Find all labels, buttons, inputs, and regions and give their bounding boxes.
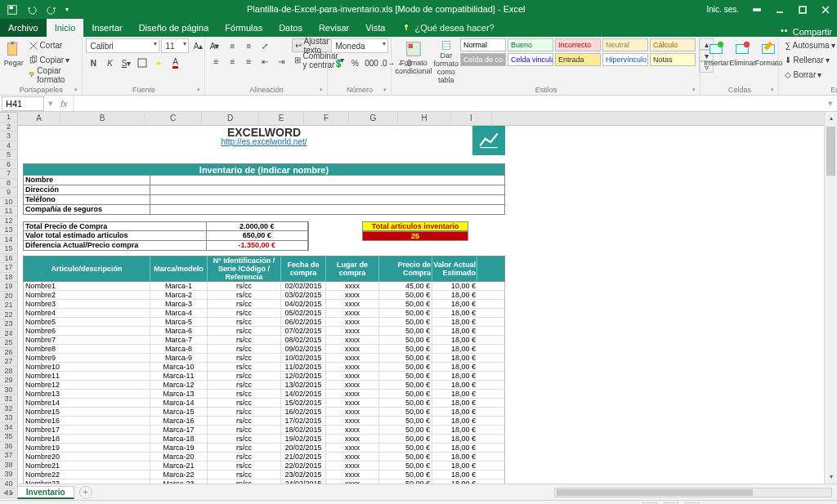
scroll-up-icon[interactable]: ▴ xyxy=(825,112,837,125)
table-row[interactable]: Nombre20Marca-20rs/cc21/02/2015xxxx50,00… xyxy=(23,453,505,462)
table-cell[interactable]: 18,00 € xyxy=(432,479,477,484)
orientation-icon[interactable]: ⤢ xyxy=(257,38,272,53)
table-row[interactable]: Nombre2Marca-2rs/cc03/02/2015xxxx50,00 €… xyxy=(23,291,505,300)
table-cell[interactable]: rs/cc xyxy=(208,354,281,362)
table-cell[interactable]: Nombre6 xyxy=(24,327,150,335)
indent-inc-icon[interactable]: ⇥ xyxy=(274,54,289,69)
table-cell[interactable]: Nombre19 xyxy=(24,444,150,452)
row-header[interactable]: 23 xyxy=(0,319,17,329)
style-cell[interactable]: Normal xyxy=(460,38,506,51)
col-header[interactable]: A xyxy=(18,112,60,125)
row-header[interactable]: 8 xyxy=(0,179,17,189)
table-cell[interactable]: 11/02/2015 xyxy=(281,363,326,371)
table-cell[interactable]: xxxx xyxy=(326,327,379,335)
table-cell[interactable]: xxxx xyxy=(326,399,379,407)
row-header[interactable]: 20 xyxy=(0,292,17,301)
table-cell[interactable]: rs/cc xyxy=(208,462,281,470)
ribbon-options-icon[interactable] xyxy=(745,0,768,19)
row-header[interactable]: 9 xyxy=(0,188,17,198)
table-cell[interactable]: xxxx xyxy=(326,381,379,389)
row-header[interactable]: 26 xyxy=(0,348,17,358)
table-cell[interactable]: Marca-5 xyxy=(150,318,208,326)
table-cell[interactable]: rs/cc xyxy=(208,471,281,479)
table-cell[interactable]: 18,00 € xyxy=(432,363,477,371)
copy-button[interactable]: Copiar ▾ xyxy=(26,53,79,67)
grow-font-icon[interactable]: A▴ xyxy=(190,38,205,53)
info-value[interactable] xyxy=(150,195,504,204)
table-cell[interactable]: 18/02/2015 xyxy=(281,426,326,434)
table-cell[interactable]: 19/02/2015 xyxy=(281,435,326,443)
table-row[interactable]: Nombre7Marca-7rs/cc08/02/2015xxxx50,00 €… xyxy=(23,336,505,345)
row-header[interactable]: 25 xyxy=(0,338,17,348)
table-cell[interactable]: Nombre1 xyxy=(24,282,150,290)
table-cell[interactable]: Marca-21 xyxy=(150,462,208,470)
table-cell[interactable]: Marca-18 xyxy=(150,435,208,443)
table-cell[interactable]: xxxx xyxy=(326,354,379,362)
table-cell[interactable]: rs/cc xyxy=(208,426,281,434)
row-header[interactable]: 21 xyxy=(0,301,17,310)
row-header[interactable]: 15 xyxy=(0,244,17,254)
row-header[interactable]: 10 xyxy=(0,198,17,207)
table-cell[interactable]: 50,00 € xyxy=(379,390,432,398)
table-cell[interactable]: 17/02/2015 xyxy=(281,417,326,425)
table-cell[interactable]: rs/cc xyxy=(208,345,281,353)
tab-revisar[interactable]: Revisar xyxy=(311,19,357,37)
table-cell[interactable]: Nombre12 xyxy=(24,381,150,389)
font-name-combo[interactable]: Calibri xyxy=(86,38,159,53)
table-cell[interactable]: Nombre13 xyxy=(24,390,150,398)
table-cell[interactable]: 50,00 € xyxy=(379,426,432,434)
namebox-dropdown-icon[interactable]: ▾ xyxy=(46,98,56,109)
table-cell[interactable]: rs/cc xyxy=(208,363,281,371)
font-size-combo[interactable]: 11 xyxy=(161,38,189,53)
table-cell[interactable]: Marca-17 xyxy=(150,426,208,434)
table-cell[interactable]: rs/cc xyxy=(208,291,281,299)
formula-input[interactable] xyxy=(73,96,824,111)
style-cell[interactable]: Neutral xyxy=(602,38,648,51)
undo-icon[interactable] xyxy=(23,2,41,18)
autosum-button[interactable]: ∑ Autosuma ▾ xyxy=(782,38,837,52)
table-cell[interactable]: 09/02/2015 xyxy=(281,345,326,353)
table-cell[interactable]: Marca-8 xyxy=(150,345,208,353)
maximize-icon[interactable] xyxy=(791,0,814,19)
align-mid-icon[interactable]: ≡ xyxy=(225,38,239,53)
sheet-nav[interactable]: ◂ ▸ xyxy=(0,488,17,497)
table-cell[interactable]: Marca-13 xyxy=(150,390,208,398)
table-cell[interactable]: 18,00 € xyxy=(432,399,477,407)
table-cell[interactable]: rs/cc xyxy=(208,336,281,344)
row-header[interactable]: 27 xyxy=(0,357,17,367)
qat-more-icon[interactable]: ▾ xyxy=(62,2,72,18)
table-cell[interactable]: xxxx xyxy=(326,309,379,317)
col-header[interactable]: C xyxy=(145,112,202,125)
table-cell[interactable]: 50,00 € xyxy=(379,471,432,479)
table-cell[interactable]: 50,00 € xyxy=(379,300,432,308)
table-row[interactable]: Nombre16Marca-16rs/cc17/02/2015xxxx50,00… xyxy=(23,417,505,426)
table-cell[interactable]: 50,00 € xyxy=(379,336,432,344)
table-cell[interactable]: rs/cc xyxy=(208,453,281,461)
table-row[interactable]: Nombre14Marca-14rs/cc15/02/2015xxxx50,00… xyxy=(23,399,505,408)
row-header[interactable]: 16 xyxy=(0,254,17,264)
table-cell[interactable]: 18,00 € xyxy=(432,300,477,308)
style-cell[interactable]: Celda de co... xyxy=(460,53,506,66)
conditional-format-button[interactable]: Formato condicional xyxy=(395,38,432,84)
table-cell[interactable]: 18,00 € xyxy=(432,291,477,299)
table-row[interactable]: Nombre13Marca-13rs/cc14/02/2015xxxx50,00… xyxy=(23,390,505,399)
table-cell[interactable]: rs/cc xyxy=(208,417,281,425)
table-cell[interactable]: xxxx xyxy=(326,282,379,290)
close-icon[interactable] xyxy=(814,0,837,19)
table-cell[interactable]: 18,00 € xyxy=(432,426,477,434)
table-cell[interactable]: 06/02/2015 xyxy=(281,318,326,326)
table-cell[interactable]: rs/cc xyxy=(208,300,281,308)
table-cell[interactable]: Nombre2 xyxy=(24,291,150,299)
table-cell[interactable]: xxxx xyxy=(326,479,379,484)
table-cell[interactable]: 18,00 € xyxy=(432,318,477,326)
table-cell[interactable]: 22/02/2015 xyxy=(281,462,326,470)
table-cell[interactable]: Nombre21 xyxy=(24,462,150,470)
table-cell[interactable]: xxxx xyxy=(326,345,379,353)
table-cell[interactable]: xxxx xyxy=(326,318,379,326)
row-header[interactable]: 3 xyxy=(0,132,17,141)
table-cell[interactable]: 50,00 € xyxy=(379,408,432,416)
table-cell[interactable]: 14/02/2015 xyxy=(281,390,326,398)
table-cell[interactable]: Marca-22 xyxy=(150,471,208,479)
table-cell[interactable]: 02/02/2015 xyxy=(281,282,326,290)
table-cell[interactable]: Nombre14 xyxy=(24,399,150,407)
